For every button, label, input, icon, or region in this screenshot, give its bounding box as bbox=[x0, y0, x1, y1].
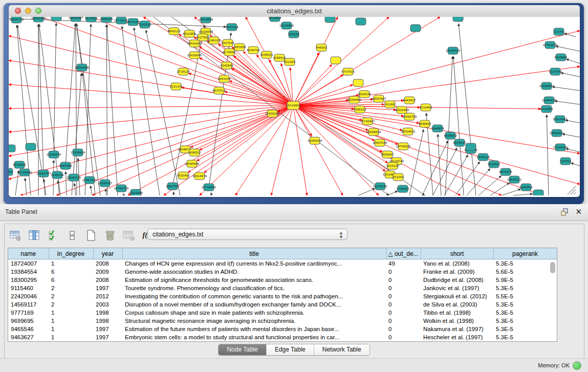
citation-edge[interactable] bbox=[15, 170, 19, 195]
network-node[interactable]: 2803144 bbox=[218, 75, 231, 82]
network-node[interactable]: 9463627 bbox=[403, 97, 416, 104]
network-graph[interactable]: 2405572420691406106532871527602646616010… bbox=[9, 17, 580, 195]
table-cell[interactable]: Hescheler et al. (1997) bbox=[421, 333, 493, 341]
window-titlebar[interactable]: citations_edges.txt bbox=[9, 5, 580, 17]
network-node[interactable] bbox=[9, 145, 15, 152]
network-node[interactable]: 17957223 bbox=[82, 177, 97, 184]
network-node[interactable]: 24055724 bbox=[9, 17, 24, 23]
citation-edge[interactable] bbox=[555, 101, 580, 104]
network-node[interactable]: 1733426 bbox=[397, 185, 409, 192]
network-node[interactable]: 16099488 bbox=[185, 160, 200, 167]
table-cell[interactable]: 1998 bbox=[93, 309, 122, 317]
network-node[interactable]: 6879197 bbox=[453, 139, 466, 146]
network-node[interactable]: 183255 bbox=[288, 31, 299, 38]
network-node[interactable]: 1615132 bbox=[386, 162, 399, 169]
table-cell[interactable]: 5.3E-5 bbox=[493, 333, 557, 341]
network-node[interactable]: 7632621 bbox=[488, 161, 500, 168]
citation-edge-red[interactable] bbox=[182, 87, 293, 105]
table-cell[interactable]: 1997 bbox=[93, 333, 122, 341]
table-cell[interactable]: 14569117 bbox=[8, 300, 49, 309]
citation-edge[interactable] bbox=[77, 24, 100, 195]
network-node[interactable]: 8813054 bbox=[269, 17, 281, 21]
table-cell[interactable]: 2003 bbox=[93, 300, 122, 309]
network-node[interactable] bbox=[353, 79, 363, 86]
table-cell[interactable]: 5.3E-5 bbox=[493, 259, 557, 268]
network-node[interactable]: 1498222 bbox=[188, 149, 201, 156]
network-node[interactable]: 62160 bbox=[385, 101, 395, 108]
network-node[interactable] bbox=[331, 57, 341, 64]
table-cell[interactable]: 0 bbox=[386, 276, 421, 284]
citation-edge[interactable] bbox=[106, 25, 107, 195]
column-header[interactable]: name bbox=[8, 248, 49, 259]
citation-edge[interactable] bbox=[445, 56, 452, 195]
network-node[interactable]: 19218906 bbox=[279, 22, 294, 29]
citation-edge-red[interactable] bbox=[9, 105, 293, 132]
table-cell[interactable]: 9777169 bbox=[8, 309, 49, 317]
network-node[interactable]: 10025488 bbox=[395, 106, 409, 114]
network-node[interactable]: 12923446 bbox=[128, 189, 143, 195]
table-cell[interactable]: 6 bbox=[49, 268, 93, 276]
resize-grip[interactable] bbox=[565, 185, 577, 195]
table-cell[interactable]: Dudbridge et al. (2008) bbox=[421, 276, 493, 284]
network-node[interactable]: 9097588 bbox=[59, 162, 72, 169]
citation-edge[interactable] bbox=[74, 183, 76, 195]
network-node[interactable]: 11156869 bbox=[17, 169, 32, 176]
network-node[interactable]: 9146821 bbox=[260, 51, 273, 58]
float-window-icon[interactable] bbox=[560, 208, 569, 216]
table-cell[interactable]: 1 bbox=[49, 333, 93, 341]
table-cell[interactable]: 49 bbox=[386, 259, 421, 268]
network-node[interactable]: 12444158 bbox=[542, 97, 557, 104]
column-header[interactable]: year bbox=[93, 248, 122, 259]
citation-edge[interactable] bbox=[459, 24, 476, 195]
network-node[interactable]: 12093832 bbox=[539, 82, 554, 90]
citation-edge[interactable] bbox=[513, 194, 533, 195]
citation-edge[interactable] bbox=[561, 73, 580, 77]
table-cell[interactable]: 9465546 bbox=[8, 325, 49, 333]
table-cell[interactable]: 1 bbox=[49, 309, 93, 317]
table-cell[interactable]: Genome-wide association studies in ADHD. bbox=[122, 268, 386, 276]
citation-edge-red[interactable] bbox=[293, 105, 542, 195]
table-cell[interactable]: 1 bbox=[49, 259, 93, 268]
table-cell[interactable]: Investigating the contribution of common… bbox=[122, 292, 386, 300]
network-node[interactable]: 7625402 bbox=[177, 172, 190, 179]
network-node[interactable]: 9857791 bbox=[166, 183, 179, 190]
citation-edge[interactable] bbox=[211, 192, 212, 195]
tab-node-table[interactable]: Node Table bbox=[219, 344, 267, 355]
table-cell[interactable]: 0 bbox=[386, 284, 421, 292]
network-node[interactable]: 16914479 bbox=[192, 172, 207, 180]
citation-edge-red[interactable] bbox=[293, 67, 580, 105]
citation-edge-red[interactable] bbox=[235, 105, 293, 195]
citation-edge-red[interactable] bbox=[9, 105, 293, 179]
table-row[interactable]: 969969511998Structural magnetic resonanc… bbox=[8, 317, 557, 325]
citation-edge[interactable] bbox=[433, 148, 457, 195]
citation-edge[interactable] bbox=[444, 155, 468, 195]
citation-edge[interactable] bbox=[387, 191, 398, 195]
network-node[interactable]: 15692951 bbox=[550, 129, 564, 137]
network-node[interactable] bbox=[410, 25, 421, 32]
citation-edge[interactable] bbox=[146, 30, 180, 195]
table-row[interactable]: 946362711997Embryonic stem cells: a mode… bbox=[8, 333, 557, 341]
citation-edge[interactable] bbox=[562, 134, 580, 137]
table-cell[interactable]: Tourette syndrome. Phenomenology and cla… bbox=[122, 284, 386, 292]
table-settings-icon[interactable] bbox=[9, 229, 22, 242]
table-cell[interactable]: Yano et al. (2008) bbox=[421, 259, 493, 268]
table-cell[interactable]: 2012 bbox=[93, 292, 122, 300]
citation-edge[interactable] bbox=[105, 189, 106, 195]
network-node[interactable]: 9227343 bbox=[549, 68, 562, 75]
citation-edge[interactable] bbox=[123, 193, 124, 195]
network-node[interactable]: 7986322 bbox=[354, 106, 366, 113]
table-cell[interactable]: Franke et al. (2009) bbox=[421, 268, 493, 276]
citation-edge[interactable] bbox=[455, 162, 480, 195]
network-node[interactable]: 9115460 bbox=[420, 104, 432, 111]
citation-edge[interactable] bbox=[122, 26, 141, 195]
table-cell[interactable]: 0 bbox=[386, 309, 421, 317]
network-node[interactable]: 15718485 bbox=[202, 184, 216, 191]
network-node[interactable]: 9327548 bbox=[222, 39, 234, 47]
table-cell[interactable]: 1997 bbox=[93, 325, 122, 333]
table-cell[interactable]: 0 bbox=[386, 317, 421, 325]
citation-edge-red[interactable] bbox=[229, 81, 293, 105]
network-node[interactable]: 2867608 bbox=[233, 43, 246, 51]
network-node[interactable]: 19756928 bbox=[396, 143, 411, 150]
table-cell[interactable]: 1997 bbox=[93, 284, 122, 292]
network-node[interactable]: 15751074 bbox=[543, 41, 558, 49]
